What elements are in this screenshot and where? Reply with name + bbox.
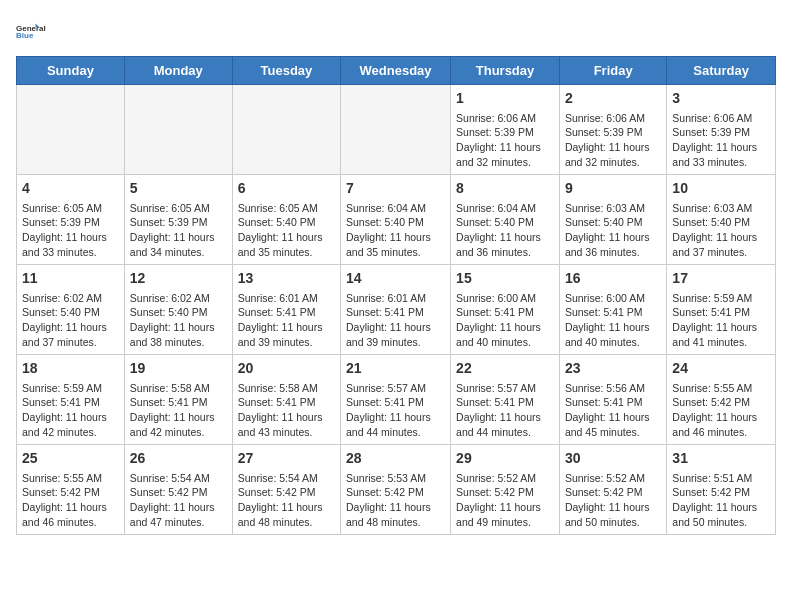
calendar-day-cell: 28Sunrise: 5:53 AMSunset: 5:42 PMDayligh… <box>341 445 451 535</box>
day-info: Sunrise: 5:57 AMSunset: 5:41 PMDaylight:… <box>456 381 554 440</box>
header-day: Tuesday <box>232 57 340 85</box>
day-info: Sunrise: 6:02 AMSunset: 5:40 PMDaylight:… <box>22 291 119 350</box>
calendar-week-row: 1Sunrise: 6:06 AMSunset: 5:39 PMDaylight… <box>17 85 776 175</box>
calendar-day-cell: 26Sunrise: 5:54 AMSunset: 5:42 PMDayligh… <box>124 445 232 535</box>
day-info: Sunrise: 6:04 AMSunset: 5:40 PMDaylight:… <box>346 201 445 260</box>
calendar-week-row: 25Sunrise: 5:55 AMSunset: 5:42 PMDayligh… <box>17 445 776 535</box>
day-number: 12 <box>130 269 227 289</box>
calendar-day-cell: 22Sunrise: 5:57 AMSunset: 5:41 PMDayligh… <box>451 355 560 445</box>
day-number: 29 <box>456 449 554 469</box>
calendar-day-cell: 17Sunrise: 5:59 AMSunset: 5:41 PMDayligh… <box>667 265 776 355</box>
day-number: 20 <box>238 359 335 379</box>
day-info: Sunrise: 6:05 AMSunset: 5:39 PMDaylight:… <box>22 201 119 260</box>
header-day: Saturday <box>667 57 776 85</box>
day-info: Sunrise: 5:56 AMSunset: 5:41 PMDaylight:… <box>565 381 661 440</box>
calendar-day-cell: 30Sunrise: 5:52 AMSunset: 5:42 PMDayligh… <box>559 445 666 535</box>
calendar-day-cell: 12Sunrise: 6:02 AMSunset: 5:40 PMDayligh… <box>124 265 232 355</box>
header: General Blue <box>16 16 776 46</box>
calendar-day-cell: 10Sunrise: 6:03 AMSunset: 5:40 PMDayligh… <box>667 175 776 265</box>
header-row: SundayMondayTuesdayWednesdayThursdayFrid… <box>17 57 776 85</box>
day-number: 8 <box>456 179 554 199</box>
day-info: Sunrise: 6:04 AMSunset: 5:40 PMDaylight:… <box>456 201 554 260</box>
day-number: 10 <box>672 179 770 199</box>
calendar-day-cell: 25Sunrise: 5:55 AMSunset: 5:42 PMDayligh… <box>17 445 125 535</box>
day-number: 23 <box>565 359 661 379</box>
calendar-day-cell: 9Sunrise: 6:03 AMSunset: 5:40 PMDaylight… <box>559 175 666 265</box>
day-info: Sunrise: 5:53 AMSunset: 5:42 PMDaylight:… <box>346 471 445 530</box>
day-info: Sunrise: 5:59 AMSunset: 5:41 PMDaylight:… <box>22 381 119 440</box>
day-number: 7 <box>346 179 445 199</box>
day-info: Sunrise: 6:00 AMSunset: 5:41 PMDaylight:… <box>565 291 661 350</box>
header-day: Thursday <box>451 57 560 85</box>
day-info: Sunrise: 5:58 AMSunset: 5:41 PMDaylight:… <box>130 381 227 440</box>
header-day: Friday <box>559 57 666 85</box>
day-info: Sunrise: 6:02 AMSunset: 5:40 PMDaylight:… <box>130 291 227 350</box>
day-number: 1 <box>456 89 554 109</box>
calendar-day-cell: 1Sunrise: 6:06 AMSunset: 5:39 PMDaylight… <box>451 85 560 175</box>
calendar-day-cell: 14Sunrise: 6:01 AMSunset: 5:41 PMDayligh… <box>341 265 451 355</box>
day-number: 6 <box>238 179 335 199</box>
day-info: Sunrise: 6:06 AMSunset: 5:39 PMDaylight:… <box>565 111 661 170</box>
day-number: 2 <box>565 89 661 109</box>
day-info: Sunrise: 6:03 AMSunset: 5:40 PMDaylight:… <box>672 201 770 260</box>
calendar-day-cell: 7Sunrise: 6:04 AMSunset: 5:40 PMDaylight… <box>341 175 451 265</box>
calendar-day-cell: 6Sunrise: 6:05 AMSunset: 5:40 PMDaylight… <box>232 175 340 265</box>
day-number: 14 <box>346 269 445 289</box>
day-number: 18 <box>22 359 119 379</box>
day-number: 9 <box>565 179 661 199</box>
calendar-day-cell <box>232 85 340 175</box>
day-number: 21 <box>346 359 445 379</box>
day-info: Sunrise: 6:01 AMSunset: 5:41 PMDaylight:… <box>238 291 335 350</box>
svg-text:Blue: Blue <box>16 31 34 40</box>
day-info: Sunrise: 5:52 AMSunset: 5:42 PMDaylight:… <box>456 471 554 530</box>
day-number: 24 <box>672 359 770 379</box>
day-info: Sunrise: 5:57 AMSunset: 5:41 PMDaylight:… <box>346 381 445 440</box>
day-number: 15 <box>456 269 554 289</box>
day-info: Sunrise: 5:55 AMSunset: 5:42 PMDaylight:… <box>22 471 119 530</box>
calendar-table: SundayMondayTuesdayWednesdayThursdayFrid… <box>16 56 776 535</box>
calendar-day-cell: 31Sunrise: 5:51 AMSunset: 5:42 PMDayligh… <box>667 445 776 535</box>
calendar-day-cell: 18Sunrise: 5:59 AMSunset: 5:41 PMDayligh… <box>17 355 125 445</box>
day-info: Sunrise: 5:58 AMSunset: 5:41 PMDaylight:… <box>238 381 335 440</box>
day-number: 25 <box>22 449 119 469</box>
calendar-week-row: 11Sunrise: 6:02 AMSunset: 5:40 PMDayligh… <box>17 265 776 355</box>
day-info: Sunrise: 5:55 AMSunset: 5:42 PMDaylight:… <box>672 381 770 440</box>
header-day: Wednesday <box>341 57 451 85</box>
calendar-day-cell: 16Sunrise: 6:00 AMSunset: 5:41 PMDayligh… <box>559 265 666 355</box>
calendar-day-cell: 24Sunrise: 5:55 AMSunset: 5:42 PMDayligh… <box>667 355 776 445</box>
day-number: 22 <box>456 359 554 379</box>
day-number: 5 <box>130 179 227 199</box>
calendar-day-cell: 4Sunrise: 6:05 AMSunset: 5:39 PMDaylight… <box>17 175 125 265</box>
day-info: Sunrise: 6:01 AMSunset: 5:41 PMDaylight:… <box>346 291 445 350</box>
header-day: Sunday <box>17 57 125 85</box>
calendar-day-cell <box>17 85 125 175</box>
day-number: 19 <box>130 359 227 379</box>
day-number: 26 <box>130 449 227 469</box>
header-day: Monday <box>124 57 232 85</box>
day-info: Sunrise: 6:06 AMSunset: 5:39 PMDaylight:… <box>456 111 554 170</box>
day-info: Sunrise: 6:06 AMSunset: 5:39 PMDaylight:… <box>672 111 770 170</box>
day-number: 4 <box>22 179 119 199</box>
day-info: Sunrise: 6:05 AMSunset: 5:39 PMDaylight:… <box>130 201 227 260</box>
day-info: Sunrise: 5:52 AMSunset: 5:42 PMDaylight:… <box>565 471 661 530</box>
calendar-day-cell: 3Sunrise: 6:06 AMSunset: 5:39 PMDaylight… <box>667 85 776 175</box>
calendar-header: SundayMondayTuesdayWednesdayThursdayFrid… <box>17 57 776 85</box>
logo-icon: General Blue <box>16 16 56 46</box>
calendar-day-cell: 2Sunrise: 6:06 AMSunset: 5:39 PMDaylight… <box>559 85 666 175</box>
day-info: Sunrise: 5:54 AMSunset: 5:42 PMDaylight:… <box>238 471 335 530</box>
day-number: 30 <box>565 449 661 469</box>
calendar-day-cell <box>341 85 451 175</box>
calendar-day-cell: 5Sunrise: 6:05 AMSunset: 5:39 PMDaylight… <box>124 175 232 265</box>
calendar-day-cell: 15Sunrise: 6:00 AMSunset: 5:41 PMDayligh… <box>451 265 560 355</box>
calendar-day-cell: 8Sunrise: 6:04 AMSunset: 5:40 PMDaylight… <box>451 175 560 265</box>
calendar-day-cell <box>124 85 232 175</box>
calendar-day-cell: 21Sunrise: 5:57 AMSunset: 5:41 PMDayligh… <box>341 355 451 445</box>
day-number: 28 <box>346 449 445 469</box>
day-number: 13 <box>238 269 335 289</box>
day-info: Sunrise: 5:54 AMSunset: 5:42 PMDaylight:… <box>130 471 227 530</box>
calendar-day-cell: 29Sunrise: 5:52 AMSunset: 5:42 PMDayligh… <box>451 445 560 535</box>
calendar-day-cell: 20Sunrise: 5:58 AMSunset: 5:41 PMDayligh… <box>232 355 340 445</box>
day-info: Sunrise: 6:03 AMSunset: 5:40 PMDaylight:… <box>565 201 661 260</box>
calendar-body: 1Sunrise: 6:06 AMSunset: 5:39 PMDaylight… <box>17 85 776 535</box>
calendar-week-row: 18Sunrise: 5:59 AMSunset: 5:41 PMDayligh… <box>17 355 776 445</box>
